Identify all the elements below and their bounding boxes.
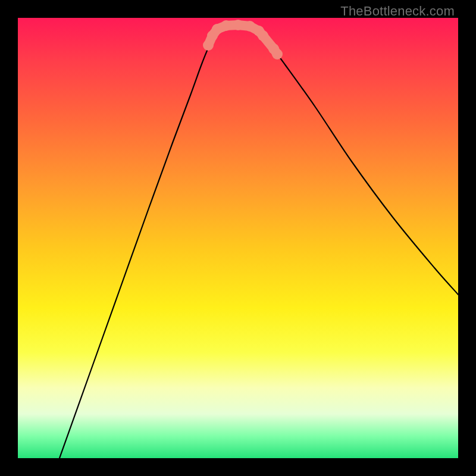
plot-area: [18, 18, 458, 458]
curve-layer: [18, 18, 458, 458]
bottleneck-curve: [60, 24, 458, 458]
highlight-dot: [233, 20, 243, 30]
highlight-segments: [203, 20, 283, 60]
watermark-text: TheBottleneck.com: [340, 4, 455, 19]
highlight-dot: [203, 40, 214, 51]
chart-container: TheBottleneck.com: [0, 0, 476, 476]
highlight-dot: [272, 49, 283, 60]
highlight-dot: [258, 30, 268, 41]
highlight-dot: [221, 20, 231, 31]
